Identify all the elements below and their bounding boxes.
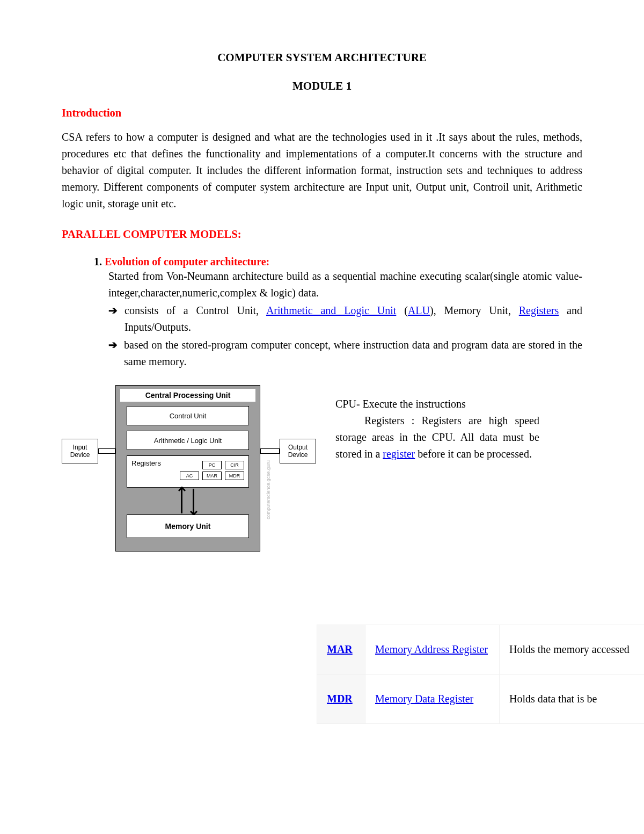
evolution-heading: 1. Evolution of computer architecture: bbox=[94, 256, 582, 268]
alu-short-link[interactable]: ALU bbox=[408, 304, 430, 316]
output-device-box: OutputDevice bbox=[280, 439, 316, 463]
arrow-icon: ➔ bbox=[108, 302, 118, 336]
side-line2-post: before it can be processed. bbox=[415, 448, 532, 460]
alu-long-link[interactable]: Arithmetic and Logic Unit bbox=[266, 304, 396, 316]
input-device-box: InputDevice bbox=[62, 439, 98, 463]
mdr-val-link[interactable]: Memory Data Register bbox=[375, 693, 473, 705]
mdr-desc: Holds data that is be bbox=[500, 675, 645, 724]
bullet1-mid2: ), Memory Unit, bbox=[430, 304, 519, 316]
intro-paragraph: CSA refers to how a computer is designed… bbox=[62, 129, 582, 212]
von-neumann-diagram: Central Processing Unit Control Unit Ari… bbox=[62, 385, 314, 557]
alu-box: Arithmetic / Logic Unit bbox=[127, 431, 249, 450]
cpu-title: Central Processing Unit bbox=[120, 389, 255, 402]
table-row: MAR Memory Address Register Holds the me… bbox=[317, 625, 645, 675]
doc-title: COMPUTER SYSTEM ARCHITECTURE bbox=[62, 51, 582, 64]
connector-right bbox=[260, 448, 280, 454]
reg-mar: MAR bbox=[202, 472, 222, 480]
module-heading: MODULE 1 bbox=[62, 79, 582, 93]
list-number: 1. bbox=[94, 256, 102, 267]
bullet-item-2: ➔ based on the stored-program computer c… bbox=[108, 337, 582, 370]
register-link[interactable]: register bbox=[383, 448, 415, 460]
arrow-icon: ➔ bbox=[108, 337, 118, 370]
reg-pc: PC bbox=[202, 461, 222, 469]
registers-box: Registers PC CIR AC MAR MDR bbox=[127, 455, 249, 488]
reg-mdr: MDR bbox=[225, 472, 244, 480]
connector-left bbox=[98, 448, 115, 454]
evolution-title: Evolution of computer architecture: bbox=[105, 256, 269, 267]
mar-val-link[interactable]: Memory Address Register bbox=[375, 643, 488, 655]
bullet1-mid1: ( bbox=[396, 304, 408, 316]
intro-heading: Introduction bbox=[62, 107, 582, 119]
bullet-item-1: ➔ consists of a Control Unit, Arithmetic… bbox=[108, 302, 582, 336]
memory-unit-box: Memory Unit bbox=[127, 514, 249, 538]
parallel-models-heading: PARALLEL COMPUTER MODELS: bbox=[62, 228, 582, 241]
bullet2-text: based on the stored-program computer con… bbox=[124, 337, 582, 370]
reg-ac: AC bbox=[180, 472, 199, 480]
control-unit-box: Control Unit bbox=[127, 406, 249, 425]
cpu-side-text: CPU- Execute the instructions Registers … bbox=[335, 396, 539, 462]
registers-link[interactable]: Registers bbox=[519, 304, 559, 316]
mar-key-link[interactable]: MAR bbox=[327, 643, 353, 655]
mdr-key-link[interactable]: MDR bbox=[327, 693, 353, 705]
bullet1-text-pre: consists of a Control Unit, bbox=[125, 304, 266, 316]
evolution-para: Started from Von-Neumann architecture bu… bbox=[94, 268, 582, 301]
registers-table: MAR Memory Address Register Holds the me… bbox=[317, 625, 644, 724]
reg-cir: CIR bbox=[225, 461, 244, 469]
table-row: MDR Memory Data Register Holds data that… bbox=[317, 675, 645, 724]
mar-desc: Holds the memory accessed bbox=[500, 625, 645, 675]
side-line1: CPU- Execute the instructions bbox=[335, 396, 539, 412]
diagram-watermark: computerscience.gcse.guru bbox=[266, 460, 271, 519]
